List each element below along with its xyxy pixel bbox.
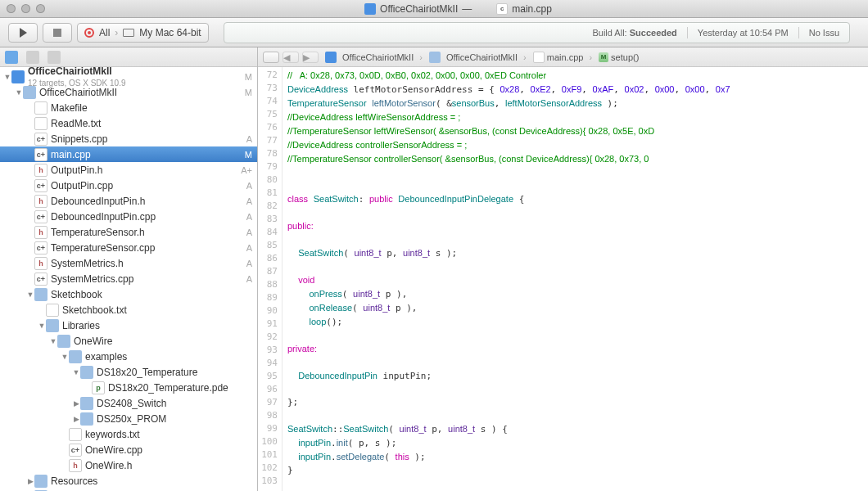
symbol-navigator-tab[interactable] [26, 51, 39, 64]
tree-folder[interactable]: ▼examples [0, 349, 257, 364]
disclosure-triangle-icon[interactable]: ▼ [3, 73, 11, 81]
tree-file[interactable]: c+SystemMetrics.cppA [0, 271, 257, 286]
tree-file[interactable]: c+TemperatureSensor.cppA [0, 240, 257, 255]
scm-badge: M [245, 72, 252, 82]
tree-file[interactable]: keywords.txt [0, 426, 257, 442]
cpp-file-icon: c [496, 3, 508, 15]
folder-icon [46, 319, 59, 332]
folder-icon [34, 288, 47, 301]
disclosure-triangle-icon [26, 213, 34, 221]
scheme-selector[interactable]: All › My Mac 64-bit [77, 23, 209, 43]
disclosure-triangle-icon[interactable]: ▼ [49, 337, 57, 345]
tree-item-label: OneWire.cpp [85, 444, 249, 456]
disclosure-triangle-icon [61, 430, 69, 439]
cpp-icon: c+ [69, 444, 82, 457]
tree-folder[interactable]: ▼DS18x20_Temperature [0, 364, 257, 380]
source-editor[interactable]: 7273747576777879808182838485868788899091… [258, 67, 868, 491]
zoom-window-button[interactable] [36, 4, 45, 13]
tree-file[interactable]: hSystemMetrics.hA [0, 255, 257, 271]
find-navigator-tab[interactable] [47, 51, 61, 64]
txt-icon [34, 117, 47, 130]
tree-file[interactable]: hOneWire.h [0, 457, 257, 473]
disclosure-triangle-icon[interactable]: ▶ [26, 477, 34, 485]
tree-folder[interactable]: ▼Sketchbook [0, 286, 257, 302]
folder-icon [429, 52, 441, 63]
disclosure-triangle-icon [26, 197, 34, 205]
status-build-label: Build All: Succeeded [592, 28, 676, 38]
disclosure-triangle-icon[interactable]: ▼ [61, 353, 69, 361]
tree-file[interactable]: hTemperatureSensor.hA [0, 224, 257, 240]
tree-item-label: DS18x20_Temperature [97, 367, 249, 378]
h-icon: h [34, 195, 47, 208]
jump-bar-crumb[interactable]: OfficeChairiotMkII [426, 52, 530, 63]
forward-button[interactable]: ▶ [302, 52, 319, 63]
scm-badge: M [245, 150, 252, 160]
scheme-dest-label: My Mac 64-bit [139, 27, 201, 38]
disclosure-triangle-icon [26, 166, 34, 174]
tree-file[interactable]: pDS18x20_Temperature.pde [0, 380, 257, 395]
disclosure-triangle-icon [61, 446, 69, 454]
tree-folder[interactable]: ▼Libraries [0, 318, 257, 333]
tree-item-label: SystemMetrics.h [51, 258, 243, 269]
disclosure-triangle-icon[interactable]: ▼ [26, 291, 34, 299]
related-items-button[interactable] [263, 52, 279, 63]
project-tree[interactable]: ▼ OfficeChairiotMkII12 targets, OS X SDK… [0, 67, 257, 491]
toolbar: All › My Mac 64-bit Build All: Succeeded… [0, 18, 868, 47]
stop-button[interactable] [43, 23, 72, 43]
tree-item-label: keywords.txt [85, 429, 249, 440]
jump-bar-function[interactable]: Msetup() [595, 52, 648, 62]
scm-badge: A [246, 227, 252, 237]
tree-item-label: DS2408_Switch [97, 398, 249, 409]
tree-file[interactable]: c+OneWire.cpp [0, 442, 257, 457]
h-icon: h [69, 459, 82, 472]
disclosure-triangle-icon[interactable]: ▼ [15, 88, 23, 97]
cpp-icon: c+ [34, 133, 47, 146]
disclosure-triangle-icon[interactable]: ▼ [72, 368, 80, 376]
title-doc-dash: — [462, 3, 472, 15]
scm-badge: A [246, 212, 252, 222]
folder-icon [325, 52, 337, 63]
back-button[interactable]: ◀ [283, 52, 299, 63]
scm-badge: A [246, 259, 252, 268]
tree-folder[interactable]: ▼OfficeChairiotMkIIM [0, 84, 257, 100]
disclosure-triangle-icon [26, 104, 34, 112]
tree-folder[interactable]: ▶DS2408_Switch [0, 395, 257, 411]
disclosure-triangle-icon[interactable]: ▼ [38, 322, 46, 330]
tree-file[interactable]: c+main.cppM [0, 146, 257, 162]
scheme-separator: › [115, 27, 118, 38]
tree-project-root[interactable]: ▼ OfficeChairiotMkII12 targets, OS X SDK… [0, 69, 257, 84]
cpp-icon: c+ [34, 241, 47, 255]
tree-folder[interactable]: ▼OneWire [0, 333, 257, 349]
minimize-window-button[interactable] [21, 4, 30, 13]
tree-file[interactable]: ReadMe.txt [0, 115, 257, 131]
tree-folder[interactable]: ▶Resources [0, 473, 257, 489]
close-window-button[interactable] [7, 4, 16, 13]
main-split: ▼ OfficeChairiotMkII12 targets, OS X SDK… [0, 47, 868, 491]
jump-bar-crumb[interactable]: main.cpp [530, 52, 595, 63]
tree-item-label: OutputPin.cpp [51, 180, 243, 191]
project-navigator-tab[interactable] [5, 51, 18, 64]
tree-item-label: ReadMe.txt [51, 118, 249, 129]
tree-file[interactable]: hOutputPin.hA+ [0, 162, 257, 178]
tree-folder[interactable]: ▶DS250x_PROM [0, 411, 257, 426]
disclosure-triangle-icon[interactable]: ▶ [72, 415, 80, 423]
tree-file[interactable]: Makefile [0, 100, 257, 115]
stop-icon [53, 29, 61, 37]
disclosure-triangle-icon [26, 182, 34, 190]
cpp-file-icon [533, 52, 545, 63]
tree-file[interactable]: hDebouncedInputPin.hA [0, 193, 257, 209]
disclosure-triangle-icon [61, 462, 69, 470]
tree-file[interactable]: Sketchbook.txt [0, 302, 257, 318]
tree-file[interactable]: c+Snippets.cppA [0, 131, 257, 146]
disclosure-triangle-icon [26, 135, 34, 143]
jump-bar-crumb[interactable]: OfficeChairiotMkII [322, 52, 426, 63]
run-button[interactable] [8, 23, 38, 43]
status-issues: No Issu [809, 28, 839, 38]
tree-file[interactable]: c+OutputPin.cppA [0, 178, 257, 193]
disclosure-triangle-icon[interactable]: ▶ [72, 399, 80, 408]
tree-file[interactable]: c+DebouncedInputPin.cppA [0, 209, 257, 224]
txt-icon [69, 428, 82, 441]
tree-item-label: TemperatureSensor.cpp [51, 242, 243, 254]
code-text[interactable]: // A: 0x28, 0x73, 0x0D, 0xB0, 0x02, 0x00… [283, 67, 868, 491]
scheme-target-label: All [99, 27, 110, 38]
